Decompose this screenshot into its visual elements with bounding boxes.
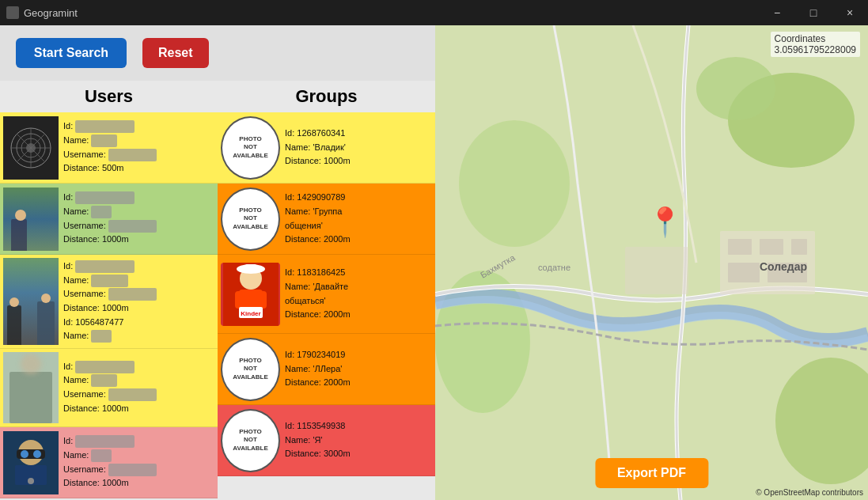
- user-info: Id: ██████████ Name: ██████ Username: ██…: [59, 259, 157, 343]
- map-panel[interactable]: Соледар Бахмутка содатне 📍 Coordinates 3…: [435, 25, 868, 500]
- group-item[interactable]: PHOTONOTAVAILABLE Id: 1429090789 Name: '…: [218, 184, 435, 255]
- group-item[interactable]: Kinder Id: 1183186425 Name: 'Давайте общ…: [218, 255, 435, 334]
- export-pdf-button[interactable]: Export PDF: [595, 458, 708, 488]
- minimize-button[interactable]: −: [759, 0, 795, 25]
- group-info: Id: 1153549938 Name: 'Я' Distance: 3000m: [280, 419, 351, 461]
- users-column-header: Users: [0, 81, 218, 112]
- group-item[interactable]: PHOTONOTAVAILABLE Id: 1153549938 Name: '…: [218, 405, 435, 476]
- app-title: Geogramint: [24, 7, 78, 19]
- avatar: [3, 258, 59, 345]
- titlebar: Geogramint − □ ×: [0, 0, 868, 25]
- map-svg: Соледар Бахмутка содатне: [435, 25, 868, 500]
- user-item[interactable]: Id: ██████████ Name: ███ Username: █████…: [0, 427, 218, 498]
- app-icon: [6, 6, 19, 19]
- svg-rect-20: [245, 264, 256, 272]
- mandala-icon: [7, 124, 55, 172]
- users-column: Id: ██████████ Name: ████ Username: ████…: [0, 112, 218, 500]
- window-controls: − □ ×: [759, 0, 868, 25]
- avatar: [3, 352, 59, 423]
- avatar: [3, 116, 59, 180]
- svg-text:Соледар: Соледар: [760, 260, 807, 273]
- group-item[interactable]: PHOTONOTAVAILABLE Id: 1268760341 Name: '…: [218, 112, 435, 184]
- group-info: Id: 1268760341 Name: 'Владик' Distance: …: [280, 127, 351, 169]
- user-info: Id: ██████████ Name: ███ Username: █████…: [59, 434, 157, 490]
- start-search-button[interactable]: Start Search: [16, 38, 127, 68]
- group-photo: PHOTONOTAVAILABLE: [221, 338, 280, 401]
- group-photo: Kinder: [221, 263, 280, 326]
- group-info: Id: 1183186425 Name: 'Давайте общаться' …: [280, 266, 351, 321]
- map-attribution: © OpenStreetMap contributors: [756, 488, 863, 497]
- svg-rect-30: [728, 239, 752, 255]
- svg-point-26: [459, 120, 570, 247]
- group-item[interactable]: PHOTONOTAVAILABLE Id: 1790234019 Name: '…: [218, 334, 435, 405]
- map-coordinates: Coordinates 3.05961795228009: [771, 32, 860, 57]
- svg-text:Kinder: Kinder: [241, 310, 260, 317]
- toolbar: Start Search Reset: [0, 25, 435, 81]
- svg-rect-35: [625, 247, 688, 294]
- reset-button[interactable]: Reset: [142, 38, 209, 68]
- column-headers: Users Groups: [0, 81, 435, 112]
- group-photo: PHOTONOTAVAILABLE: [221, 409, 280, 472]
- svg-point-13: [28, 478, 34, 484]
- groups-column: PHOTONOTAVAILABLE Id: 1268760341 Name: '…: [218, 112, 435, 500]
- main-area: Start Search Reset Users Groups: [0, 25, 868, 500]
- user-info: Id: ██████████ Name: ████ Username: ████…: [59, 119, 157, 175]
- svg-rect-17: [235, 291, 244, 309]
- maximize-button[interactable]: □: [795, 0, 832, 25]
- svg-rect-31: [760, 239, 783, 255]
- user-info: Id: ██████████ Name: ███ Username: █████…: [59, 191, 157, 246]
- group-photo: PHOTONOTAVAILABLE: [221, 188, 280, 251]
- map-location-pin: 📍: [647, 206, 683, 239]
- group-info: Id: 1790234019 Name: 'ЛЛера' Distance: 2…: [280, 348, 351, 390]
- close-button[interactable]: ×: [832, 0, 868, 25]
- group-info: Id: 1429090789 Name: 'Группа общения' Di…: [280, 191, 351, 246]
- user-item[interactable]: Id: ██████████ Name: ███ Username: █████…: [0, 184, 218, 255]
- group-photo: PHOTONOTAVAILABLE: [221, 116, 280, 180]
- svg-point-10: [21, 450, 28, 458]
- user-info: Id: ██████████ Name: ████ Username: ████…: [59, 360, 157, 415]
- left-panel: Start Search Reset Users Groups: [0, 25, 435, 500]
- svg-point-25: [696, 57, 775, 120]
- content-area[interactable]: Id: ██████████ Name: ████ Username: ████…: [0, 112, 435, 500]
- svg-point-11: [33, 450, 41, 458]
- groups-column-header: Groups: [218, 81, 435, 112]
- svg-rect-32: [791, 239, 807, 255]
- svg-rect-33: [728, 263, 760, 282]
- kinder-icon: Kinder: [223, 263, 279, 326]
- svg-text:содатне: содатне: [538, 263, 570, 272]
- user-item[interactable]: Id: ██████████ Name: ████ Username: ████…: [0, 349, 218, 427]
- avatar: [3, 431, 59, 494]
- user-item[interactable]: Id: ██████████ Name: ████ Username: ████…: [0, 112, 218, 184]
- vr-avatar-icon: [7, 435, 55, 491]
- avatar: [3, 188, 59, 251]
- user-item[interactable]: Id: ██████████ Name: ██████ Username: ██…: [0, 255, 218, 349]
- svg-rect-18: [257, 291, 267, 309]
